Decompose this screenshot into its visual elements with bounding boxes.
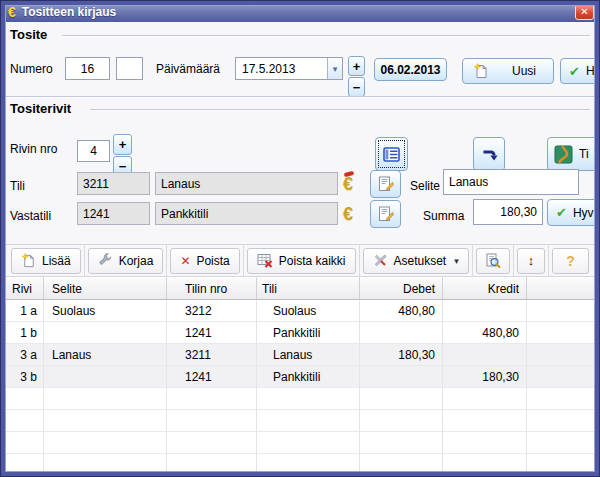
close-icon: ✕: [580, 6, 588, 17]
cell-tilin-nro: 3212: [167, 300, 257, 322]
approve-voucher-button[interactable]: ✔ Hyvä: [560, 58, 600, 84]
window-titlebar[interactable]: € Tositteen kirjaus ✕: [1, 1, 599, 22]
settings-button[interactable]: Asetukset ▾: [363, 248, 469, 274]
cell-kredit: 480,80: [443, 322, 527, 344]
rivin-nro-input[interactable]: 4: [77, 140, 110, 162]
add-row-button[interactable]: Lisää: [11, 248, 81, 274]
close-button[interactable]: ✕: [575, 4, 594, 20]
help-icon: ?: [566, 253, 575, 269]
help-button[interactable]: ?: [552, 248, 589, 274]
cell-tili: Suolaus: [257, 300, 360, 322]
column-header-tilin-nro[interactable]: Tilin nro: [167, 277, 257, 300]
toolbar-separator: [243, 245, 244, 276]
check-icon: ✔: [569, 65, 580, 78]
numero-input[interactable]: 16: [65, 57, 110, 80]
new-voucher-button[interactable]: Uusi: [462, 58, 554, 84]
date-stepper-plus-button[interactable]: +: [348, 56, 365, 76]
cell-tili: Pankkitili: [257, 366, 360, 388]
table-row[interactable]: 1 a Suolaus 3212 Suolaus 480,80: [4, 300, 596, 322]
toolbar-separator: [548, 245, 549, 276]
chevron-down-icon[interactable]: ▾: [327, 58, 342, 79]
cell-kredit: [443, 300, 527, 322]
cell-tili: Lanaus: [257, 344, 360, 366]
cell-kredit: 180,30: [443, 366, 527, 388]
add-row-label: Lisää: [42, 254, 71, 268]
date-value: 17.5.2013: [236, 62, 327, 76]
check-icon: ✔: [556, 206, 567, 219]
cell-tilin-nro: 1241: [167, 366, 257, 388]
print-preview-button[interactable]: [476, 248, 510, 274]
vastatili-picker-button[interactable]: [370, 200, 401, 228]
summa-input[interactable]: 180,30: [473, 199, 543, 225]
accounts-button-label: Ti: [579, 147, 589, 161]
edit-form-icon: [378, 206, 394, 222]
cell-selite: [44, 366, 167, 388]
red-x-icon: ✕: [180, 254, 190, 268]
cell-kredit: [443, 344, 527, 366]
cell-extra: [527, 344, 596, 366]
magnifier-page-icon: [485, 253, 501, 269]
column-header-tili[interactable]: Tili: [257, 277, 360, 300]
window-title: Tositteen kirjaus: [22, 5, 116, 19]
table-row[interactable]: 3 b 1241 Pankkitili 180,30: [4, 366, 596, 388]
approve-voucher-label: Hyvä: [586, 64, 600, 78]
numero-extra-input[interactable]: [116, 57, 143, 80]
euro-glyph: €: [343, 204, 353, 224]
euro-icon: €: [343, 205, 353, 223]
date-stepper-minus-button[interactable]: −: [348, 77, 365, 97]
rows-toolbar: Lisää Korjaa ✕ Poista: [4, 244, 596, 277]
cell-tilin-nro: 3211: [167, 344, 257, 366]
accounts-map-icon: [554, 145, 573, 164]
column-header-kredit[interactable]: Kredit: [443, 277, 527, 300]
tosite-section-divider: [62, 35, 590, 37]
date-combobox[interactable]: 17.5.2013 ▾: [235, 57, 343, 80]
cell-rivi: 1 a: [4, 300, 44, 322]
app-euro-icon: €: [8, 4, 16, 20]
approve-row-button[interactable]: ✔ Hyv: [547, 199, 600, 226]
tools-icon: [373, 253, 388, 268]
cell-extra: [527, 322, 596, 344]
column-header-selite[interactable]: Selite: [44, 277, 167, 300]
tili-label: Tili: [10, 179, 25, 193]
selite-input[interactable]: Lanaus: [443, 169, 579, 195]
tili-code-field[interactable]: 3211: [77, 172, 150, 195]
current-date-button[interactable]: 06.02.2013: [374, 58, 447, 81]
date-label: Päivämäärä: [156, 62, 220, 76]
selite-label: Selite: [410, 179, 440, 193]
vastatili-name-field[interactable]: Pankkitili: [155, 202, 338, 225]
table-row[interactable]: 1 b 1241 Pankkitili 480,80: [4, 322, 596, 344]
cell-selite: Lanaus: [44, 344, 167, 366]
up-down-arrow-icon: ↕: [528, 253, 535, 268]
cell-extra: [527, 366, 596, 388]
edit-row-button[interactable]: Korjaa: [88, 248, 164, 274]
voucher-rows-table: Rivi Selite Tilin nro Tili Debet Kredit …: [4, 277, 596, 477]
delete-row-button[interactable]: ✕ Poista: [170, 248, 239, 274]
curved-arrow-icon: [480, 146, 498, 163]
row-stepper-plus-button[interactable]: +: [113, 134, 132, 155]
column-header-extra[interactable]: [527, 277, 596, 300]
euro-glyph: €: [343, 174, 353, 194]
toolbar-separator: [166, 245, 167, 276]
column-header-debet[interactable]: Debet: [360, 277, 443, 300]
cell-extra: [527, 300, 596, 322]
voucher-entry-window: Tosite Numero 16 Päivämäärä 17.5.2013 ▾ …: [0, 0, 600, 477]
vastatili-code-field[interactable]: 1241: [77, 202, 150, 225]
tili-picker-button[interactable]: [370, 170, 401, 198]
tositerivit-section-divider: [90, 109, 590, 111]
row-list-button[interactable]: [375, 137, 408, 171]
edit-form-icon: [378, 176, 394, 192]
delete-all-rows-button[interactable]: Poista kaikki: [247, 248, 356, 274]
euro-icon: €: [343, 175, 353, 193]
accounts-button[interactable]: Ti: [547, 137, 600, 171]
table-row[interactable]: 3 a Lanaus 3211 Lanaus 180,30: [4, 344, 596, 366]
edit-row-label: Korjaa: [119, 254, 154, 268]
cell-tilin-nro: 1241: [167, 322, 257, 344]
toolbar-separator: [513, 245, 514, 276]
column-header-rivi[interactable]: Rivi: [4, 277, 44, 300]
delete-row-label: Poista: [196, 254, 229, 268]
cell-debet: [360, 322, 443, 344]
carry-forward-button[interactable]: [473, 137, 505, 171]
tili-name-field[interactable]: Lanaus: [155, 172, 338, 195]
delete-all-rows-label: Poista kaikki: [279, 254, 346, 268]
resize-panel-button[interactable]: ↕: [517, 248, 546, 274]
